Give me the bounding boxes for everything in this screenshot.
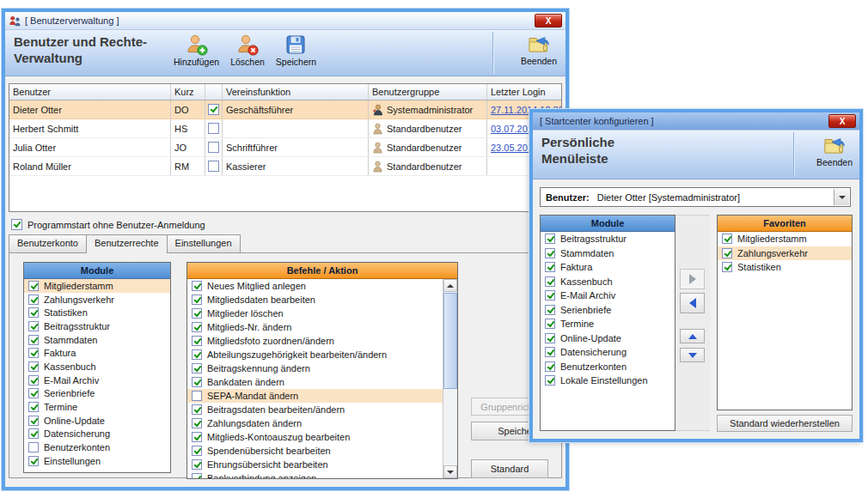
list-item-kassenbuch[interactable]: Kassenbuch	[24, 360, 170, 374]
checkbox[interactable]	[28, 416, 39, 426]
checkbox[interactable]	[28, 456, 39, 466]
checkbox[interactable]	[545, 361, 555, 372]
checkbox[interactable]	[192, 377, 202, 387]
checkbox[interactable]	[545, 248, 555, 258]
checkbox[interactable]	[28, 388, 39, 398]
move-left-button[interactable]	[680, 293, 705, 313]
scroll-down-icon[interactable]	[443, 465, 457, 478]
checkbox[interactable]	[722, 234, 732, 244]
checkbox[interactable]	[545, 290, 555, 301]
list-item-mitglieds-kontoauszug-bearbeiten[interactable]: Mitglieds-Kontoauszug bearbeiten	[187, 430, 443, 444]
checkbox[interactable]	[28, 375, 39, 386]
list-item-datensicherung[interactable]: Datensicherung	[24, 428, 170, 441]
list-item-online-update[interactable]: Online-Update	[541, 331, 675, 346]
checkbox[interactable]	[192, 349, 202, 360]
list-item-faktura[interactable]: Faktura	[24, 346, 170, 360]
user-select[interactable]: Benutzer: Dieter Otter [Systemadministra…	[540, 187, 851, 207]
list-item-bankverbindung-anzeigen[interactable]: Bankverbindung anzeigen	[187, 471, 443, 478]
list-item-mitgliedsdaten-bearbeiten[interactable]: Mitgliedsdaten bearbeiten	[187, 293, 443, 307]
checkbox[interactable]	[28, 361, 39, 372]
list-item-ehrungs-bersicht-bearbeiten[interactable]: Ehrungsübersicht bearbeiten	[187, 458, 443, 471]
list-item-kassenbuch[interactable]: Kassenbuch	[541, 275, 675, 289]
list-item-neues-mitglied-anlegen[interactable]: Neues Mitglied anlegen	[187, 279, 443, 293]
checkbox[interactable]	[28, 321, 39, 331]
checkbox[interactable]	[545, 305, 555, 315]
checkbox[interactable]	[192, 446, 202, 456]
list-item-stammdaten[interactable]: Stammdaten	[24, 333, 170, 347]
cfg-titlebar[interactable]: [ Startcenter konfigurieren ] X	[533, 112, 859, 131]
list-item-zahlungsverkehr[interactable]: Zahlungsverkehr	[24, 293, 170, 307]
list-item-lokale-einstellungen[interactable]: Lokale Einstellungen	[541, 374, 675, 388]
checkbox[interactable]	[722, 248, 732, 258]
checkbox[interactable]	[192, 473, 202, 478]
list-item-termine[interactable]: Termine	[541, 317, 675, 331]
list-item-stammdaten[interactable]: Stammdaten	[541, 246, 675, 261]
list-item-beitragsstruktur[interactable]: Beitragsstruktur	[541, 232, 675, 246]
checkbox[interactable]	[192, 308, 202, 319]
function-checkbox[interactable]	[208, 161, 219, 172]
checkbox[interactable]	[28, 428, 39, 439]
table-row-roland-m-ller[interactable]: Roland MüllerRMKassierer Standardbenutze…	[9, 157, 561, 176]
checkbox[interactable]	[192, 336, 202, 346]
checkbox[interactable]	[192, 432, 202, 442]
table-row-julia-otter[interactable]: Julia OtterJOSchriftführer Standardbenut…	[9, 138, 561, 157]
list-item-zahlungsverkehr[interactable]: Zahlungsverkehr	[718, 246, 852, 261]
user-table-header[interactable]: Benutzer Kurz Vereinsfunktion Benutzergr…	[9, 84, 561, 100]
list-item-mitglieds-nr-ndern[interactable]: Mitglieds-Nr. ändern	[187, 320, 443, 334]
list-item-mitglieder-l-schen[interactable]: Mitglieder löschen	[187, 307, 443, 320]
scroll-up-icon[interactable]	[443, 279, 457, 292]
close-icon[interactable]: X	[535, 14, 562, 27]
checkbox[interactable]	[192, 281, 202, 291]
list-item-benutzerkonten[interactable]: Benutzerkonten	[541, 360, 675, 374]
delete-user-button[interactable]: Löschen	[230, 33, 265, 67]
standard-button[interactable]: Standard	[471, 459, 548, 478]
list-item-mitgliederstamm[interactable]: Mitgliederstamm	[24, 279, 170, 293]
table-row-dieter-otter[interactable]: Dieter OtterDOGeschäftsführer Systemadmi…	[9, 100, 561, 119]
actions-scrollbar[interactable]	[443, 279, 457, 478]
checkbox[interactable]	[28, 402, 39, 412]
checkbox[interactable]	[192, 363, 202, 374]
function-checkbox[interactable]	[208, 142, 219, 153]
restore-default-button[interactable]: Standard wiederherstellen	[717, 415, 853, 432]
column-letzter-login[interactable]: Letzter Login	[487, 84, 561, 100]
checkbox[interactable]	[545, 262, 555, 272]
autologin-checkbox[interactable]	[11, 219, 22, 230]
list-item-e-mail-archiv[interactable]: E-Mail Archiv	[541, 288, 675, 303]
autologin-checkbox-row[interactable]: Programmstart ohne Benutzer-Anmeldung	[11, 219, 205, 230]
checkbox[interactable]	[28, 281, 39, 291]
list-item-statistiken[interactable]: Statistiken	[24, 306, 170, 319]
main-titlebar[interactable]: [ Benutzerverwaltung ] X	[5, 12, 565, 30]
list-item-faktura[interactable]: Faktura	[541, 260, 675, 275]
list-item-bankdaten-ndern[interactable]: Bankdaten ändern	[187, 375, 443, 389]
list-item-mitgliedsfoto-zuordnen-ndern[interactable]: Mitgliedsfoto zuordnen/ändern	[187, 334, 443, 348]
exit-button[interactable]: Beenden	[521, 33, 557, 66]
list-item-beitragsstruktur[interactable]: Beitragsstruktur	[24, 319, 170, 333]
list-item-serienbriefe[interactable]: Serienbriefe	[541, 303, 675, 318]
function-checkbox[interactable]	[208, 123, 219, 134]
checkbox[interactable]	[545, 319, 555, 329]
cfg-close-icon[interactable]: X	[828, 114, 856, 128]
list-item-termine[interactable]: Termine	[24, 400, 170, 414]
list-item-benutzerkonten[interactable]: Benutzerkonten	[24, 440, 170, 454]
column-check[interactable]	[205, 84, 223, 100]
checkbox[interactable]	[722, 262, 732, 272]
checkbox[interactable]	[192, 459, 202, 470]
list-item-abteilungszugeh-rigkeit-bearbeiten-ndern[interactable]: Abteilungszugehörigkeit bearbeiten/änder…	[187, 348, 443, 361]
list-item-e-mail-archiv[interactable]: E-Mail Archiv	[24, 374, 170, 387]
list-item-sepa-mandat-ndern[interactable]: SEPA-Mandat ändern	[187, 389, 443, 403]
column-kurz[interactable]: Kurz	[171, 84, 205, 100]
table-row-herbert-schmitt[interactable]: Herbert SchmittHS Standardbenutzer03.07.…	[9, 119, 561, 138]
move-up-button[interactable]	[680, 329, 705, 343]
checkbox[interactable]	[545, 333, 555, 343]
list-item-beitragskennung-ndern[interactable]: Beitragskennung ändern	[187, 361, 443, 375]
list-item-einstellungen[interactable]: Einstellungen	[24, 454, 170, 468]
checkbox[interactable]	[28, 295, 39, 305]
checkbox[interactable]	[192, 404, 202, 415]
column-vereinsfunktion[interactable]: Vereinsfunktion	[223, 84, 369, 100]
checkbox[interactable]	[28, 335, 39, 345]
checkbox[interactable]	[545, 276, 555, 287]
list-item-online-update[interactable]: Online-Update	[24, 414, 170, 428]
list-item-beitragsdaten-bearbeiten-ndern[interactable]: Beitragsdaten bearbeiten/ändern	[187, 403, 443, 416]
list-item-zahlungsdaten-ndern[interactable]: Zahlungsdaten ändern	[187, 416, 443, 430]
save-button[interactable]: Speichern	[276, 33, 316, 67]
